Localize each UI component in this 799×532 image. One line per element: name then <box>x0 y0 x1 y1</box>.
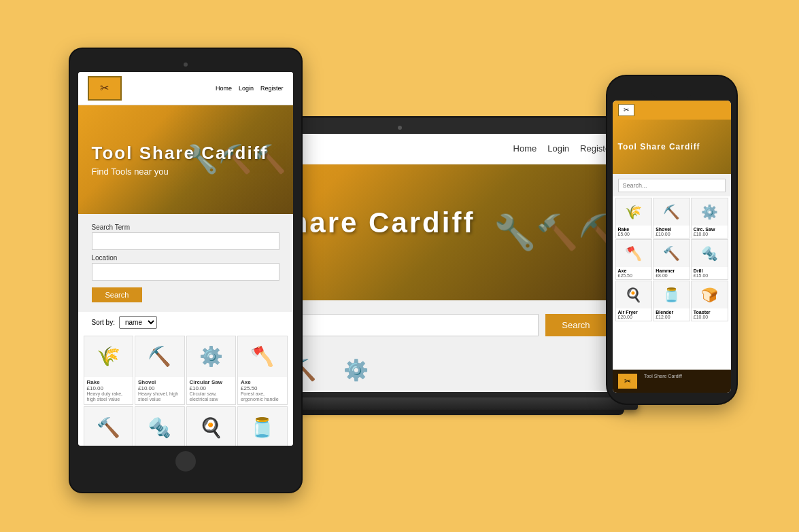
phone-logo: ✂ <box>618 104 634 116</box>
phone-tool-price-8: £10.00 <box>694 315 726 319</box>
phone-tool-price-2: £10.00 <box>694 232 726 236</box>
tool-card-airfryer-img: 🍳 <box>187 407 236 445</box>
tool-price-rake: £10.00 <box>87 385 131 391</box>
tablet-tools-grid: 🌾 Rake £10.00 Heavy duty rake, high stee… <box>78 333 293 446</box>
tablet-nav-login[interactable]: Login <box>239 85 254 92</box>
phone-search <box>613 174 731 196</box>
phone-tool-card-2[interactable]: ⚙️ Circ. Saw £10.00 <box>691 198 728 238</box>
tool-card-drill[interactable]: 🔩 Drill £15.00 Cordless drill, battery p… <box>135 406 185 445</box>
tool-card-rake-img: 🌾 <box>84 336 133 377</box>
tool-card-saw[interactable]: ⚙️ Circular Saw £10.00 Circular saw, ele… <box>186 336 237 406</box>
phone-tool-card-7[interactable]: 🫙 Blender £12.00 <box>653 281 690 321</box>
tool-card-axe-img: 🪓 <box>238 336 287 377</box>
tablet-logo: ✂ <box>88 76 122 101</box>
phone-tool-name-2: Circ. Saw <box>694 227 726 232</box>
tool-card-drill-img: 🔩 <box>135 407 184 445</box>
tool-price-axe: £25.50 <box>241 385 284 391</box>
laptop-search-button[interactable]: Search <box>545 314 606 336</box>
tablet-home-button[interactable] <box>175 451 196 472</box>
phone-footer-text: Tool Share Cardiff <box>644 374 682 378</box>
phone-tool-name-3: Axe <box>618 268 650 273</box>
laptop-nav-login[interactable]: Login <box>547 143 569 154</box>
sort-label: Sort by: <box>92 319 115 326</box>
tablet-hero: Tool Share Cardiff Find Tools near you 🔧… <box>78 105 293 214</box>
tablet-hero-text: Tool Share Cardiff Find Tools near you <box>92 143 268 177</box>
phone-footer: ✂ Tool Share Cardiff <box>613 370 731 393</box>
tool-price-shovel: £10.00 <box>138 385 182 391</box>
tool-card-axe[interactable]: 🪓 Axe £25.50 Forest axe, ergonomic handl… <box>237 336 288 406</box>
tablet-header: ✂ Home Login Register <box>78 72 293 105</box>
phone-tool-price-3: £25.50 <box>618 273 650 278</box>
tool-card-shovel-img: ⛏️ <box>135 336 184 377</box>
phone-tool-name-1: Shovel <box>656 227 687 232</box>
phone-tool-card-5[interactable]: 🔩 Drill £15.00 <box>691 239 728 280</box>
tool-card-shovel[interactable]: ⛏️ Shovel £10.00 Heavy shovel, high stee… <box>135 336 185 406</box>
phone-hero: Tool Share Cardiff <box>613 120 731 174</box>
phone-tool-card-3[interactable]: 🪓 Axe £25.50 <box>615 239 653 280</box>
phone-tool-price-4: £8.00 <box>656 273 687 278</box>
phone-tool-card-4[interactable]: 🔨 Hammer £8.00 <box>653 239 690 280</box>
phone-hero-title: Tool Share Cardiff <box>618 142 700 152</box>
phone-tool-price-5: £15.00 <box>694 273 726 278</box>
tool-price-saw: £10.00 <box>190 385 233 391</box>
phone-device: ✂ Tool Share Cardiff 🌾 Rake £5.00 <box>607 76 736 404</box>
phone-notch <box>651 87 692 98</box>
phone-tool-name-0: Rake <box>618 227 650 232</box>
tool-desc-saw: Circular saw, electrical saw <box>190 391 233 403</box>
tool-desc-rake: Heavy duty rake, high steel value <box>87 391 131 403</box>
phone-tool-card-8[interactable]: 🍞 Toaster £10.00 <box>691 281 728 321</box>
tablet-camera <box>184 63 188 67</box>
laptop-nav-home[interactable]: Home <box>513 143 537 154</box>
tool-card-airfryer[interactable]: 🍳 Air Fryer £20.00 Kitchen appliance <box>186 406 237 445</box>
phone-tool-name-4: Hammer <box>656 268 687 273</box>
tool-card-blender-img: 🫙 <box>238 407 287 445</box>
tool-card-hammer[interactable]: 🔨 Hammer £8.00 Claw hammer, wooden handl… <box>84 406 134 445</box>
tablet-search-term-label: Search Term <box>92 224 279 231</box>
phone-search-input[interactable] <box>618 179 726 192</box>
tool-card-hammer-img: 🔨 <box>84 407 133 445</box>
tool-desc-axe: Forest axe, ergonomic handle <box>241 391 284 403</box>
phone-tool-name-7: Blender <box>656 310 687 315</box>
tablet-nav-home[interactable]: Home <box>216 85 232 92</box>
phone-tool-name-8: Toaster <box>694 310 726 315</box>
tablet-device: ✂ Home Login Register Tool Share Cardiff… <box>70 49 301 492</box>
phone-tools-grid: 🌾 Rake £5.00 ⛏️ Shovel £10.00 <box>613 196 731 323</box>
tool-card-rake[interactable]: 🌾 Rake £10.00 Heavy duty rake, high stee… <box>84 336 134 406</box>
phone-screen: ✂ Tool Share Cardiff 🌾 Rake £5.00 <box>613 101 731 393</box>
phone-tool-name-5: Drill <box>694 268 726 273</box>
phone-nav-bar: ✂ <box>613 101 731 120</box>
tool-name-rake: Rake <box>87 379 131 385</box>
tablet-search-term-input[interactable] <box>92 232 279 250</box>
phone-tool-card-1[interactable]: ⛏️ Shovel £10.00 <box>653 198 690 238</box>
tablet-screen: ✂ Home Login Register Tool Share Cardiff… <box>78 72 293 446</box>
hero-tool-decoration: 🔧🔨⛏️ <box>494 213 620 252</box>
tool-card-saw-img: ⚙️ <box>187 336 236 377</box>
sort-select[interactable]: name price date <box>119 316 157 329</box>
tool-name-shovel: Shovel <box>138 379 182 385</box>
phone-tool-price-0: £5.00 <box>618 232 650 236</box>
phone-tool-card-6[interactable]: 🍳 Air Fryer £20.00 <box>615 281 653 321</box>
phone-tool-name-6: Air Fryer <box>618 310 650 315</box>
tool-name-saw: Circular Saw <box>190 379 233 385</box>
phone-tool-price-6: £20.00 <box>618 315 650 319</box>
phone-tool-price-7: £12.00 <box>656 315 687 319</box>
tablet-hero-subtitle: Find Tools near you <box>92 166 268 177</box>
tool-card-blender[interactable]: 🫙 Blender £12.00 High speed blender <box>237 406 288 445</box>
tablet-search-button[interactable]: Search <box>92 287 143 302</box>
phone-tool-card-0[interactable]: 🌾 Rake £5.00 <box>615 198 653 238</box>
tablet-hero-title: Tool Share Cardiff <box>92 143 268 164</box>
tablet-nav-register[interactable]: Register <box>260 85 284 92</box>
tablet-sort-row: Sort by: name price date <box>78 312 293 333</box>
laptop-camera <box>398 126 402 130</box>
scene: ✂ Home Login Register Tool Share Cardiff… <box>43 22 757 511</box>
tool-desc-shovel: Heavy shovel, high steel value <box>138 391 182 403</box>
phone-tool-price-1: £10.00 <box>656 232 687 236</box>
tool-name-axe: Axe <box>241 379 284 385</box>
tablet-location-label: Location <box>92 254 279 262</box>
phone-footer-logo: ✂ <box>618 374 637 389</box>
tablet-location-input[interactable] <box>92 263 279 281</box>
tablet-search-area: Search Term Location Search <box>78 214 293 312</box>
